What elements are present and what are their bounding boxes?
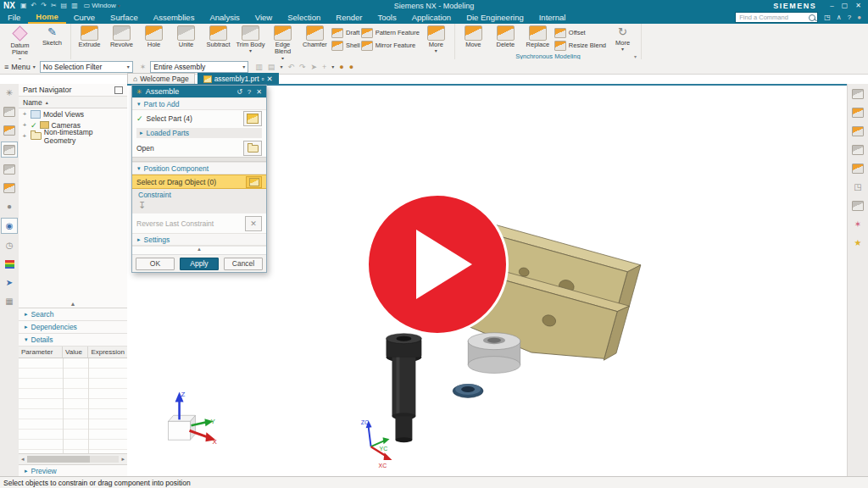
gear-icon[interactable]: ✳ — [2, 86, 17, 100]
offset-button[interactable]: Offset — [554, 27, 606, 38]
pointer-icon[interactable]: ➤ — [310, 63, 317, 71]
section-position-component[interactable]: ▾ Position Component — [132, 162, 266, 175]
dialog-close-icon[interactable]: ✕ — [256, 88, 262, 96]
component-icon[interactable] — [850, 86, 865, 101]
plus-icon[interactable]: + — [322, 63, 326, 71]
minimize-button[interactable]: – — [830, 2, 833, 9]
collapse-icon[interactable]: ▲ — [70, 301, 76, 307]
templates-icon[interactable]: ▦ — [2, 294, 17, 308]
tab-assembly1-prt[interactable]: assembly1.prt ▫ ✕ — [198, 73, 279, 84]
assembly-constraints-icon[interactable] — [850, 142, 865, 157]
dialog-title-bar[interactable]: ✳ Assemble ↺ ? ✕ — [132, 86, 266, 97]
menu-tab-selection[interactable]: Selection — [280, 11, 328, 24]
part-ring[interactable] — [453, 384, 483, 397]
undo-view-icon[interactable]: ↶ — [287, 63, 294, 71]
pattern-feature-button[interactable]: Pattern Feature — [361, 27, 420, 38]
menu-button[interactable]: ≡ Menu ▾ — [4, 63, 36, 71]
tree-item-model-views[interactable]: + Model Views — [19, 108, 127, 119]
resize-blend-button[interactable]: Resize Blend — [554, 40, 606, 51]
save-icon[interactable]: ▣ — [20, 2, 27, 9]
shaded-view-icon[interactable]: ● — [349, 63, 353, 71]
replace-face-button[interactable]: Replace — [522, 25, 554, 48]
group-launcher-icon[interactable]: ▾ — [634, 53, 637, 59]
palette-icon[interactable] — [2, 257, 17, 271]
cut-icon[interactable]: ✂ — [51, 2, 57, 9]
assembly-navigator-icon[interactable] — [2, 104, 17, 119]
paste-icon[interactable]: ▥ — [71, 2, 78, 9]
apply-button[interactable]: Apply — [180, 258, 219, 270]
trim-body-button[interactable]: Trim Body ▾ — [235, 25, 266, 54]
ok-button[interactable]: OK — [136, 258, 175, 270]
close-tab-icon[interactable]: ✕ — [267, 75, 273, 83]
tree-item-non-timestamp-geometry[interactable]: + Non-timestamp Geometry — [19, 130, 127, 141]
constraint-navigator-icon[interactable] — [2, 123, 17, 137]
menu-tab-die-engineering[interactable]: Die Engineering — [459, 11, 531, 24]
edge-blend-button[interactable]: Edge Blend ▾ — [267, 25, 298, 61]
sync-more-button[interactable]: ↻ More ▾ — [607, 25, 638, 53]
history-icon[interactable]: ◷ — [2, 238, 17, 252]
section-preview[interactable]: ▸ Preview — [19, 465, 127, 477]
highlight-icon[interactable]: ▥ — [255, 63, 263, 71]
menu-tab-view[interactable]: View — [248, 11, 280, 24]
section-search[interactable]: ▸ Search — [19, 308, 127, 321]
menu-tab-analysis[interactable]: Analysis — [202, 11, 247, 24]
float-window-icon[interactable]: ▫ — [262, 75, 264, 83]
find-command-input[interactable] — [737, 13, 809, 22]
section-settings[interactable]: ▸ Settings — [132, 233, 266, 246]
delete-face-button[interactable]: Delete — [490, 25, 521, 48]
menu-tab-home[interactable]: Home — [28, 11, 65, 24]
reuse-library-icon[interactable] — [2, 162, 17, 176]
add-component-icon[interactable] — [850, 105, 865, 119]
move-face-button[interactable]: Move — [458, 25, 489, 48]
part-navigator-icon[interactable] — [1, 141, 18, 158]
menu-tab-curve[interactable]: Curve — [66, 11, 103, 24]
selection-filter-dropdown[interactable]: No Selection Filter ▾ — [40, 61, 133, 73]
pattern-component-icon[interactable] — [850, 161, 865, 175]
scroll-right-icon[interactable]: ▸ — [121, 456, 125, 463]
panel-maximize-icon[interactable] — [114, 86, 123, 94]
section-part-to-add[interactable]: ▾ Part to Add — [132, 97, 266, 110]
menu-tab-file[interactable]: File — [0, 11, 28, 24]
cancel-button[interactable]: Cancel — [224, 258, 263, 270]
help-icon[interactable]: ? — [848, 14, 851, 21]
find-command-box[interactable] — [735, 12, 818, 23]
shell-button[interactable]: Shell — [331, 40, 360, 51]
dialog-reset-icon[interactable]: ↺ — [236, 88, 242, 96]
extrude-button[interactable]: Extrude — [74, 25, 105, 48]
undo-icon[interactable]: ↶ — [31, 2, 36, 9]
select-part-row[interactable]: ✓ Select Part (4) — [132, 110, 266, 127]
section-dependencies[interactable]: ▸ Dependencies — [19, 321, 127, 334]
open-button[interactable] — [243, 141, 262, 156]
hole-button[interactable]: Hole — [138, 25, 170, 48]
horizontal-scrollbar[interactable]: ◂ ▸ — [19, 454, 127, 465]
web-browser-icon[interactable]: ◉ — [1, 218, 18, 234]
render-style-icon[interactable]: ● — [339, 63, 343, 71]
name-column-header[interactable]: Name ▴ — [19, 96, 127, 108]
chamfer-button[interactable]: Chamfer — [299, 25, 331, 48]
redo-icon[interactable]: ↷ — [41, 2, 47, 9]
scroll-left-icon[interactable]: ◂ — [21, 456, 25, 463]
restore-button[interactable]: ▢ — [842, 2, 849, 9]
roles-icon[interactable]: ➤ — [2, 275, 17, 290]
base-more-button[interactable]: More ▾ — [420, 25, 452, 54]
copy-icon[interactable]: ▤ — [61, 2, 68, 9]
menu-tab-internal[interactable]: Internal — [531, 11, 574, 24]
hd3d-tools-icon[interactable] — [2, 180, 17, 195]
fullscreen-icon[interactable]: ◳ — [824, 14, 831, 21]
loaded-parts-row[interactable]: ▸ Loaded Parts — [136, 128, 262, 138]
dialog-collapse-icon[interactable]: ▲ — [132, 246, 266, 254]
menu-tab-assemblies[interactable]: Assemblies — [146, 11, 203, 24]
sphere-icon[interactable]: ● — [2, 199, 17, 214]
menu-tab-render[interactable]: Render — [328, 11, 370, 24]
datum-plane-button[interactable]: Datum Plane ▾ — [4, 25, 36, 62]
mirror-feature-button[interactable]: Mirror Feature — [361, 40, 420, 51]
remember-constraints-icon[interactable]: ★ — [850, 236, 865, 250]
select-or-drag-row[interactable]: Select or Drag Object (0) — [132, 175, 266, 189]
constraint-display-icon[interactable]: ✶ — [850, 217, 865, 231]
wcs-triad[interactable]: ZC YC XC — [361, 419, 392, 469]
revolve-button[interactable]: Revolve — [106, 25, 137, 48]
menu-tab-surface[interactable]: Surface — [103, 11, 146, 24]
menu-tab-tools[interactable]: Tools — [370, 11, 403, 24]
menu-tab-application[interactable]: Application — [404, 11, 459, 24]
tab-welcome-page[interactable]: ⌂ Welcome Page — [127, 73, 195, 84]
